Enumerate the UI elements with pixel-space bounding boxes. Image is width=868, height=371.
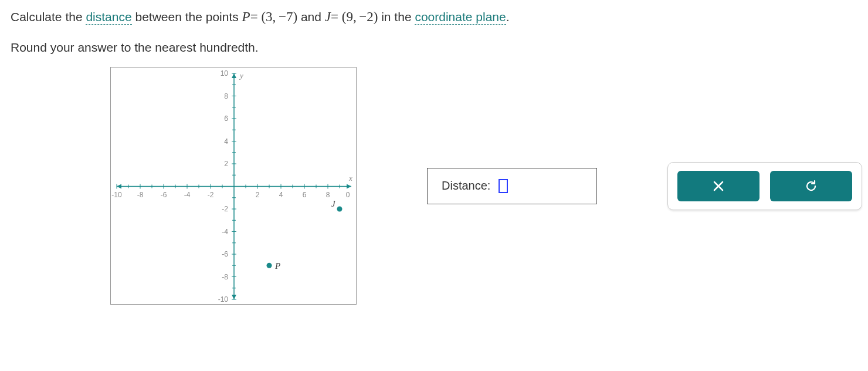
svg-text:-4: -4: [184, 191, 191, 199]
svg-text:P: P: [274, 261, 280, 271]
point-P-coords: (3, −7): [261, 9, 297, 24]
link-coord-plane[interactable]: coordinate plane: [415, 10, 506, 25]
svg-text:-4: -4: [222, 228, 228, 236]
eq-P: =: [250, 9, 262, 24]
var-J: J: [325, 9, 331, 24]
svg-text:-8: -8: [137, 191, 144, 199]
svg-text:x: x: [348, 174, 352, 183]
svg-text:8: 8: [224, 92, 228, 100]
svg-text:2: 2: [256, 191, 260, 199]
close-button[interactable]: [677, 171, 760, 201]
link-distance[interactable]: distance: [86, 10, 131, 25]
svg-text:-6: -6: [161, 191, 167, 199]
svg-text:-10: -10: [111, 191, 122, 199]
eq-J: =: [331, 9, 342, 24]
var-P: P: [242, 9, 250, 24]
distance-input[interactable]: [499, 179, 508, 193]
text-and: and: [297, 10, 325, 23]
svg-text:4: 4: [279, 191, 283, 199]
svg-text:6: 6: [303, 191, 307, 199]
text-pre: Calculate the: [11, 10, 86, 23]
svg-text:-6: -6: [222, 250, 228, 258]
svg-text:y: y: [239, 71, 243, 80]
svg-text:-10: -10: [218, 295, 229, 303]
text-mid: between the points: [132, 10, 242, 23]
problem-line-2: Round your answer to the nearest hundred…: [11, 38, 857, 57]
svg-text:0: 0: [346, 191, 350, 199]
svg-text:4: 4: [224, 137, 228, 146]
svg-text:10: 10: [221, 69, 229, 77]
svg-text:-2: -2: [222, 205, 228, 213]
answer-box: Distance:: [427, 168, 597, 204]
svg-point-63: [267, 263, 272, 268]
reset-button[interactable]: [770, 171, 852, 201]
reset-icon: [804, 179, 818, 193]
answer-label: Distance:: [442, 179, 490, 193]
point-J-coords: (9, −2): [342, 9, 378, 24]
svg-text:2: 2: [224, 160, 228, 168]
svg-text:-8: -8: [222, 273, 228, 281]
action-panel: [667, 162, 862, 210]
coordinate-plane-graph: -10-8-6-4-22468-10-8-6-4-2246810xy0PJ: [110, 67, 357, 305]
svg-text:J: J: [331, 199, 336, 208]
svg-text:-2: -2: [208, 191, 214, 199]
svg-text:6: 6: [224, 114, 228, 123]
problem-line-1: Calculate the distance between the point…: [11, 7, 857, 28]
close-icon: [712, 180, 725, 193]
svg-text:8: 8: [326, 191, 330, 199]
svg-point-65: [337, 207, 343, 212]
text-post: in the: [378, 10, 415, 23]
text-end: .: [506, 10, 510, 23]
